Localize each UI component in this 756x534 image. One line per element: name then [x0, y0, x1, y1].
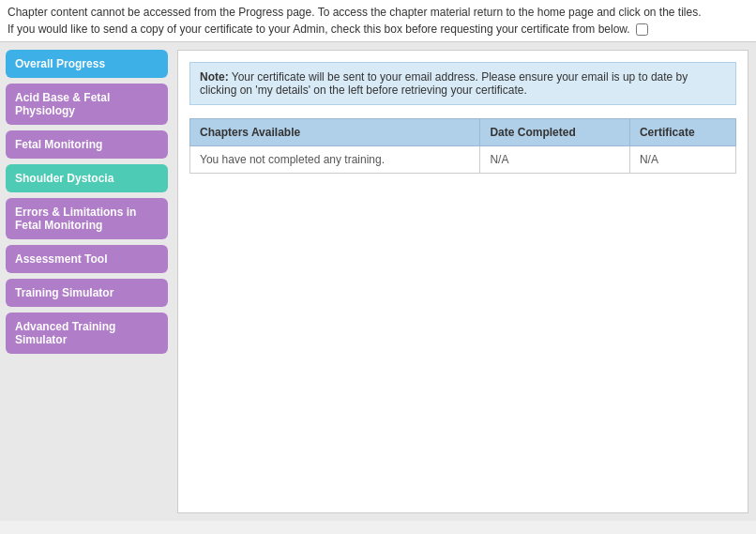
- sidebar-item-acid-base[interactable]: Acid Base & Fetal Physiology: [6, 84, 168, 125]
- table-body: You have not completed any training.N/AN…: [190, 146, 736, 174]
- admin-copy-checkbox[interactable]: [636, 23, 648, 36]
- table-cell: N/A: [480, 146, 629, 174]
- top-message-line1: Chapter content cannot be accessed from …: [8, 6, 702, 19]
- sidebar-item-assessment-tool[interactable]: Assessment Tool: [6, 245, 168, 273]
- main-layout: Overall ProgressAcid Base & Fetal Physio…: [0, 42, 756, 521]
- table-header-row: Chapters AvailableDate CompletedCertific…: [190, 119, 736, 146]
- sidebar-item-fetal-monitoring[interactable]: Fetal Monitoring: [6, 130, 168, 159]
- sidebar-item-training-simulator[interactable]: Training Simulator: [6, 279, 168, 307]
- table-col-certificate: Certificate: [629, 119, 735, 146]
- table-header: Chapters AvailableDate CompletedCertific…: [190, 119, 736, 146]
- content-area: Note: Your certificate will be sent to y…: [177, 50, 748, 513]
- sidebar-item-shoulder-dystocia[interactable]: Shoulder Dystocia: [6, 164, 168, 192]
- top-message: Chapter content cannot be accessed from …: [0, 0, 756, 42]
- sidebar: Overall ProgressAcid Base & Fetal Physio…: [0, 42, 174, 521]
- table-cell: You have not completed any training.: [190, 146, 480, 174]
- sidebar-item-errors-limitations[interactable]: Errors & Limitations in Fetal Monitoring: [6, 198, 168, 239]
- note-box: Note: Your certificate will be sent to y…: [189, 62, 736, 105]
- table-row: You have not completed any training.N/AN…: [190, 146, 736, 174]
- table-col-date-completed: Date Completed: [480, 119, 629, 146]
- top-message-line2: If you would like to send a copy of your…: [8, 23, 630, 36]
- progress-table: Chapters AvailableDate CompletedCertific…: [189, 118, 736, 174]
- table-cell: N/A: [629, 146, 735, 174]
- table-col-chapters-available: Chapters Available: [190, 119, 480, 146]
- sidebar-item-overall-progress[interactable]: Overall Progress: [6, 50, 168, 78]
- note-bold: Note:: [200, 70, 229, 84]
- note-text: Your certificate will be sent to your em…: [200, 70, 688, 97]
- sidebar-item-advanced-training[interactable]: Advanced Training Simulator: [6, 313, 168, 354]
